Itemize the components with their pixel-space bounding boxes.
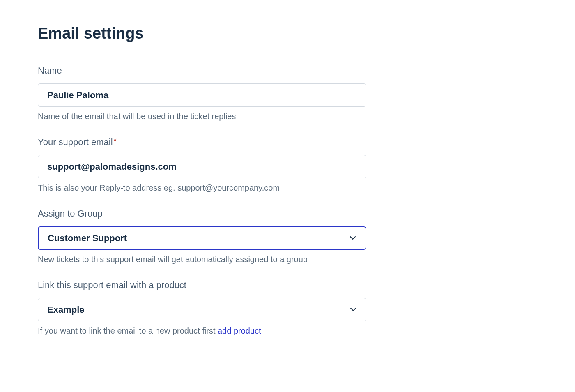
support-email-label-text: Your support email <box>38 137 113 147</box>
link-product-selected-value: Example <box>47 304 85 315</box>
assign-group-label: Assign to Group <box>38 208 537 219</box>
assign-group-selected-value: Customer Support <box>48 233 127 244</box>
name-help-text: Name of the email that will be used in t… <box>38 112 537 121</box>
link-product-select[interactable]: Example <box>38 298 366 321</box>
link-product-label: Link this support email with a product <box>38 280 537 291</box>
assign-group-help-text: New tickets to this support email will g… <box>38 255 537 264</box>
required-asterisk-icon: * <box>114 137 117 145</box>
name-label: Name <box>38 65 537 76</box>
link-product-help-prefix: If you want to link the email to a new p… <box>38 326 218 335</box>
support-email-help-text: This is also your Reply-to address eg. s… <box>38 183 537 193</box>
support-email-label: Your support email* <box>38 137 537 148</box>
add-product-link[interactable]: add product <box>218 326 261 335</box>
name-input[interactable] <box>38 83 366 107</box>
chevron-down-icon <box>350 306 357 314</box>
assign-group-select[interactable]: Customer Support <box>38 226 366 250</box>
support-email-field-group: Your support email* This is also your Re… <box>38 137 537 193</box>
assign-group-field-group: Assign to Group Customer Support New tic… <box>38 208 537 264</box>
link-product-field-group: Link this support email with a product E… <box>38 280 537 336</box>
support-email-input[interactable] <box>38 155 366 178</box>
chevron-down-icon <box>349 235 356 242</box>
link-product-help-text: If you want to link the email to a new p… <box>38 326 537 336</box>
page-title: Email settings <box>38 25 537 42</box>
name-field-group: Name Name of the email that will be used… <box>38 65 537 121</box>
